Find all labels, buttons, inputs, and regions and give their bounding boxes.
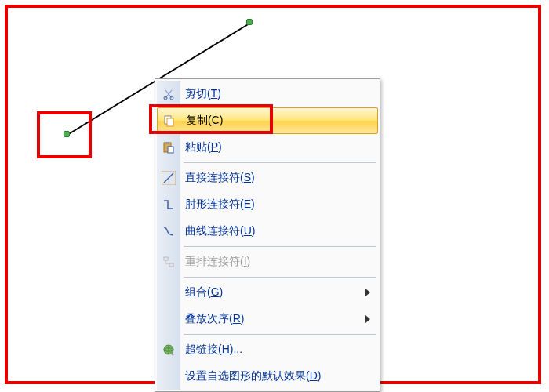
hyperlink-icon — [161, 342, 176, 358]
menu-item-elbow-connector[interactable]: 肘形连接符(E) — [157, 191, 378, 218]
menu-item-curve-connector[interactable]: 曲线连接符(U) — [157, 218, 378, 245]
paste-icon — [161, 140, 176, 155]
mi-label: 复制(C) — [186, 114, 223, 128]
cut-icon — [161, 86, 176, 102]
svg-rect-4 — [167, 118, 173, 126]
svg-rect-7 — [168, 147, 173, 153]
menu-item-paste[interactable]: 粘贴(P) — [157, 134, 378, 161]
mi-label: 超链接(H)... — [185, 343, 242, 357]
line-end-handle[interactable] — [246, 19, 253, 25]
menu-item-hyperlink[interactable]: 超链接(H)... — [157, 336, 378, 363]
svg-rect-11 — [169, 263, 173, 267]
menu-item-copy[interactable]: 复制(C) — [157, 107, 378, 134]
menu-item-cut[interactable]: 剪切(T) — [157, 81, 378, 107]
context-menu: 剪切(T) 复制(C) 粘贴(P) 直接连接符(S) 肘形连接符(E — [155, 78, 380, 392]
mi-label: 组合(G) — [185, 285, 223, 299]
mi-label: 肘形连接符(E) — [185, 198, 255, 212]
mi-label: 重排连接符(I) — [185, 255, 250, 269]
mi-label: 设置自选图形的默认效果(D) — [185, 369, 321, 383]
submenu-arrow-icon — [365, 315, 370, 323]
menu-item-straight-connector[interactable]: 直接连接符(S) — [157, 165, 378, 191]
mi-label: 曲线连接符(U) — [185, 224, 255, 238]
mi-label: 粘贴(P) — [185, 140, 222, 154]
menu-separator — [184, 162, 376, 163]
copy-icon — [162, 113, 177, 129]
elbow-connector-icon — [161, 197, 176, 212]
svg-line-9 — [164, 173, 173, 183]
submenu-arrow-icon — [365, 289, 370, 296]
mi-label: 直接连接符(S) — [185, 171, 255, 185]
svg-rect-10 — [164, 257, 168, 260]
menu-item-set-defaults[interactable]: 设置自选图形的默认效果(D) — [157, 363, 378, 390]
drawing-canvas[interactable]: 剪切(T) 复制(C) 粘贴(P) 直接连接符(S) 肘形连接符(E — [0, 0, 549, 392]
svg-rect-6 — [165, 142, 169, 144]
menu-separator — [184, 334, 376, 335]
menu-item-order[interactable]: 叠放次序(R) — [157, 306, 378, 332]
annotation-box-start — [37, 111, 92, 158]
mi-label: 叠放次序(R) — [185, 312, 244, 326]
curve-connector-icon — [161, 223, 176, 239]
menu-item-reroute: 重排连接符(I) — [157, 249, 378, 275]
mi-label: 剪切(T) — [185, 87, 221, 101]
menu-separator — [184, 277, 376, 278]
reroute-icon — [161, 254, 176, 270]
menu-separator — [184, 246, 376, 247]
menu-item-group[interactable]: 组合(G) — [157, 279, 378, 306]
straight-connector-icon — [161, 170, 176, 186]
